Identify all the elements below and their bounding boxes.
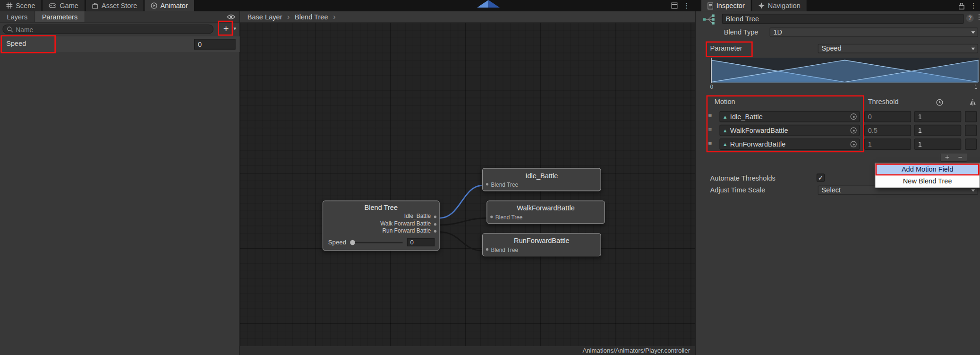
animator-graph-panel: Base Layer › Blend Tree › Blend Tree Idl… [240,11,695,355]
motion-row: ≡ ▲ WalkForwardBattle [696,124,980,138]
threshold-input[interactable] [864,111,911,122]
menu-item-add-motion-field[interactable]: Add Motion Field [876,164,980,175]
blend-tree-name-field[interactable] [722,14,964,24]
blend-1d-graph[interactable] [710,58,980,83]
eye-icon[interactable] [227,14,236,21]
kebab-menu-icon[interactable]: ⋮ [970,1,977,9]
add-motion-button[interactable]: + [945,154,949,161]
menu-item-label: New Blend Tree [903,177,952,185]
search-input[interactable] [16,26,209,33]
parameter-value: Speed [822,44,842,52]
blend-tree-icon [702,14,717,25]
blend-tree-node[interactable]: Blend Tree Idle_Battle Walk Forward Batt… [323,200,440,251]
drag-handle[interactable]: ≡ [708,112,712,119]
tab-animator[interactable]: Animator [145,0,194,11]
input-port[interactable] [490,216,493,218]
node-title: Idle_Battle [483,172,600,179]
object-picker-icon[interactable] [851,141,857,147]
node-run-forward-battle[interactable]: RunForwardBattle Blend Tree [482,233,601,256]
mirror-field[interactable] [965,125,977,136]
motion-name: RunForwardBattle [730,140,848,148]
blend-type-dropdown[interactable]: 1D [770,27,979,37]
left-dock-window-icons: ⋮ [671,0,690,11]
node-subtitle: Blend Tree [495,214,523,220]
tab-inspector[interactable]: Inspector [701,0,751,11]
motion-object-field[interactable]: ▲ WalkForwardBattle [719,125,860,136]
output-port[interactable] [434,216,436,218]
parameter-row[interactable]: Speed [0,36,240,52]
node-walk-forward-battle[interactable]: WalkForwardBattle Blend Tree [486,200,605,224]
drag-handle[interactable]: ≡ [708,140,712,147]
output-port[interactable] [434,223,436,225]
tab-asset-store-label: Asset Store [102,2,137,9]
slider-value-field[interactable] [407,238,435,246]
help-icon[interactable]: ? [966,14,974,22]
motion-object-field[interactable]: ▲ RunForwardBattle [719,139,860,150]
automate-thresholds-label: Automate Thresholds [710,173,775,183]
motion-slot: Run Forward Battle [323,227,439,234]
unity-editor-window: Scene Game Asset Store Animator ⋮ [0,0,980,355]
layers-parameters-tabs: Layers Parameters [0,11,239,23]
parameter-label: Parameter [710,44,742,53]
add-parameter-button[interactable]: + [221,23,232,35]
motion-name: Idle_Battle [730,113,848,121]
blend-type-label: Blend Type [724,27,758,37]
speed-slider[interactable] [350,242,402,243]
controller-path-status: Animations/Animators/Player.controller [240,346,695,355]
animator-side-panel: Layers Parameters + ▾ Speed [0,11,240,355]
output-port[interactable] [434,230,436,233]
mirror-field[interactable] [965,111,977,122]
drag-handle[interactable]: ≡ [708,126,712,133]
node-title: RunForwardBattle [483,237,600,244]
input-port[interactable] [486,248,488,251]
timescale-clock-icon [936,98,944,109]
layout-icon[interactable] [671,2,677,9]
menu-item-new-blend-tree[interactable]: New Blend Tree [876,175,980,187]
kebab-menu-icon[interactable]: ⋮ [683,1,690,9]
mirror-icon [969,98,977,109]
unity-cube-fragment [477,0,500,8]
motion-slot: Idle_Battle [323,213,439,220]
object-picker-icon[interactable] [851,127,857,133]
tab-asset-store[interactable]: Asset Store [86,0,144,11]
input-port[interactable] [486,183,488,185]
chevron-down-icon [971,31,975,34]
node-title: WalkForwardBattle [487,204,605,212]
parameter-search-field[interactable] [2,25,213,34]
slider-thumb[interactable] [350,240,355,245]
tab-game[interactable]: Game [43,0,85,11]
object-picker-icon[interactable] [851,113,857,120]
motion-clip-icon: ▲ [723,114,728,120]
graph-grid-background[interactable] [240,23,695,355]
mirror-field[interactable] [965,139,977,150]
remove-motion-button[interactable]: − [958,154,963,161]
threshold-input[interactable] [864,125,911,136]
tab-parameters[interactable]: Parameters [35,11,85,22]
motion-object-field[interactable]: ▲ Idle_Battle [719,111,860,122]
tab-inspector-label: Inspector [716,2,745,9]
breadcrumb-base-layer[interactable]: Base Layer [244,13,285,20]
parameter-value-field[interactable] [194,39,236,50]
threshold-input[interactable] [864,139,911,150]
navigation-icon [758,2,765,9]
speed-input[interactable] [914,139,961,150]
inspector-panel: ? ⋮ Blend Type 1D Parameter Speed 0 1 Mo… [695,11,980,355]
tab-navigation[interactable]: Navigation [752,0,807,11]
tab-scene-label: Scene [16,2,35,9]
node-idle-battle[interactable]: Idle_Battle Blend Tree [482,168,601,191]
tab-navigation-label: Navigation [768,2,801,9]
speed-input[interactable] [914,111,961,122]
speed-input[interactable] [914,125,961,136]
automate-thresholds-checkbox[interactable]: ✓ [817,173,825,182]
game-icon [49,3,57,9]
chevron-right-icon: › [333,12,335,21]
motion-name: WalkForwardBattle [730,127,848,134]
left-dock-tabs: Scene Game Asset Store Animator [0,0,196,11]
tab-layers[interactable]: Layers [0,11,35,22]
lock-icon[interactable] [959,2,964,9]
tab-scene[interactable]: Scene [0,0,42,11]
breadcrumb-blend-tree[interactable]: Blend Tree [291,13,331,20]
motion-row: ≡ ▲ Idle_Battle [696,110,980,124]
kebab-menu-icon[interactable]: ⋮ [976,13,980,21]
parameter-dropdown[interactable]: Speed [818,44,978,53]
